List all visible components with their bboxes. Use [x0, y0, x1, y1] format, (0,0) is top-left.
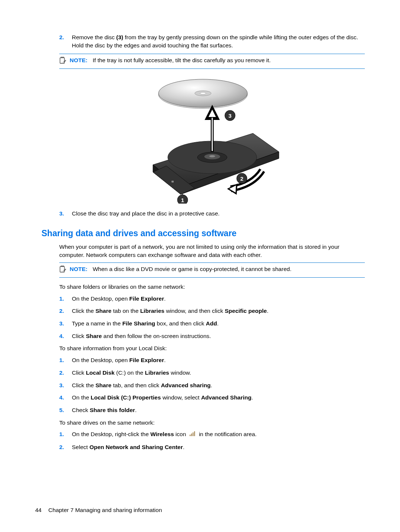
list-b-5: 5. Check Share this folder. [59, 406, 365, 414]
svg-text:1: 1 [181, 197, 184, 203]
step-2: 2. Remove the disc (3) from the tray by … [59, 33, 365, 49]
tb: Wireless [150, 431, 174, 437]
tb: File Explorer [129, 295, 164, 302]
step-text: Type a name in the File Sharing box, and… [72, 319, 365, 328]
step-number: 4. [59, 332, 72, 340]
tb: Libraries [145, 369, 169, 376]
step-text: Close the disc tray and place the disc i… [72, 210, 365, 218]
t: and then follow the on-screen instructio… [102, 333, 211, 339]
section-heading: Sharing data and drives and accessing so… [41, 227, 365, 239]
tb: Share [86, 333, 102, 339]
step-number: 4. [59, 394, 72, 402]
disc-tray-figure: 3 2 1 [59, 74, 365, 204]
t: Type a name in the [72, 320, 122, 327]
t: . [211, 382, 212, 388]
tb: File Explorer [129, 357, 164, 363]
step-number: 2. [59, 307, 72, 315]
t: On the Desktop, open [72, 295, 129, 302]
step-text: On the Desktop, right-click the Wireless… [72, 430, 365, 439]
t: Click the [72, 382, 96, 388]
note-icon [59, 265, 68, 275]
tb: Advanced Sharing [201, 394, 251, 401]
note-text: When a disc like a DVD movie or game is … [93, 265, 365, 273]
step-text: Click Share and then follow the on-scree… [72, 332, 365, 340]
t: . [251, 394, 253, 401]
note-block-1: NOTE: If the tray is not fully accessibl… [59, 54, 365, 69]
step-text: On the Desktop, open File Explorer. [72, 295, 365, 303]
svg-rect-30 [193, 432, 194, 436]
step-number: 2. [59, 369, 72, 377]
note-text: If the tray is not fully accessible, til… [93, 56, 365, 64]
tb: Share this folder [90, 407, 135, 413]
t: Check [72, 407, 90, 413]
t: . [164, 295, 166, 302]
wireless-icon [189, 431, 196, 439]
chapter-label: Chapter 7 Managing and sharing informati… [49, 507, 162, 513]
document-page: 2. Remove the disc (3) from the tray by … [0, 0, 400, 532]
t: box, and then click [155, 320, 206, 327]
list-c-1: 1. On the Desktop, right-click the Wirel… [59, 430, 365, 439]
intro-paragraph: When your computer is part of a network,… [59, 243, 365, 259]
list-b-3: 3. Click the Share tab, and then click A… [59, 381, 365, 389]
tb: File Sharing [122, 320, 155, 327]
step-number: 1. [59, 356, 72, 364]
svg-text:3: 3 [228, 113, 231, 119]
lead-text: To share information from your Local Dis… [59, 344, 365, 352]
t: window, and then click [164, 308, 225, 314]
step-number: 3. [59, 319, 72, 328]
step-number: 3. [59, 381, 72, 389]
t: window, select [161, 394, 201, 401]
step-number: 5. [59, 406, 72, 414]
t: . [183, 444, 184, 450]
step-text: On the Desktop, open File Explorer. [72, 356, 365, 364]
tb: Share [96, 308, 111, 314]
tb: Libraries [140, 308, 164, 314]
page-footer: 44 Chapter 7 Managing and sharing inform… [35, 506, 162, 514]
step-number: 2. [59, 443, 72, 451]
step-text: Click the Share tab on the Libraries win… [72, 307, 365, 315]
list-b-1: 1. On the Desktop, open File Explorer. [59, 356, 365, 364]
note-icon [59, 57, 68, 66]
step-number: 1. [59, 430, 72, 439]
step-text: Click Local Disk (C:) on the Libraries w… [72, 369, 365, 377]
tb: Open Network and Sharing Center [89, 444, 183, 450]
svg-point-4 [200, 92, 206, 94]
list-b-2: 2. Click Local Disk (C:) on the Librarie… [59, 369, 365, 377]
step-text: On the Local Disk (C:) Properties window… [72, 394, 365, 402]
step-text: Click the Share tab, and then click Adva… [72, 381, 365, 389]
tb: Share [96, 382, 111, 388]
list-c-2: 2. Select Open Network and Sharing Cente… [59, 443, 365, 451]
t: . [217, 320, 219, 327]
list-a-3: 3. Type a name in the File Sharing box, … [59, 319, 365, 328]
t: On the Desktop, open [72, 357, 129, 363]
t: Click [72, 333, 86, 339]
t: Select [72, 444, 89, 450]
step-3: 3. Close the disc tray and place the dis… [59, 210, 365, 218]
t: . [164, 357, 166, 363]
t: tab, and then click [111, 382, 161, 388]
list-a-1: 1. On the Desktop, open File Explorer. [59, 295, 365, 303]
list-b-4: 4. On the Local Disk (C:) Properties win… [59, 394, 365, 402]
note-label: NOTE: [70, 265, 87, 273]
tb: Advanced sharing [161, 382, 210, 388]
tb: Add [206, 320, 217, 327]
t: . [267, 308, 268, 314]
svg-rect-31 [194, 431, 195, 436]
t: Click [72, 369, 86, 376]
step-text: Remove the disc (3) from the tray by gen… [72, 33, 365, 49]
svg-rect-28 [190, 435, 191, 436]
page-number: 44 [35, 507, 41, 513]
tb: Specific people [225, 308, 267, 314]
t: in the notification area. [199, 431, 257, 437]
lead-text: To share folders or libraries on the sam… [59, 283, 365, 291]
t: icon [174, 431, 188, 437]
step-number: 1. [59, 295, 72, 303]
lead-text: To share drives on the same network: [59, 419, 365, 427]
step-text: Select Open Network and Sharing Center. [72, 443, 365, 451]
note-block-2: NOTE: When a disc like a DVD movie or ga… [59, 262, 365, 278]
tb: Local Disk (C:) Properties [91, 394, 161, 401]
svg-rect-29 [191, 434, 192, 436]
svg-point-11 [209, 155, 215, 157]
list-a-4: 4. Click Share and then follow the on-sc… [59, 332, 365, 340]
step-number: 2. [59, 33, 72, 49]
